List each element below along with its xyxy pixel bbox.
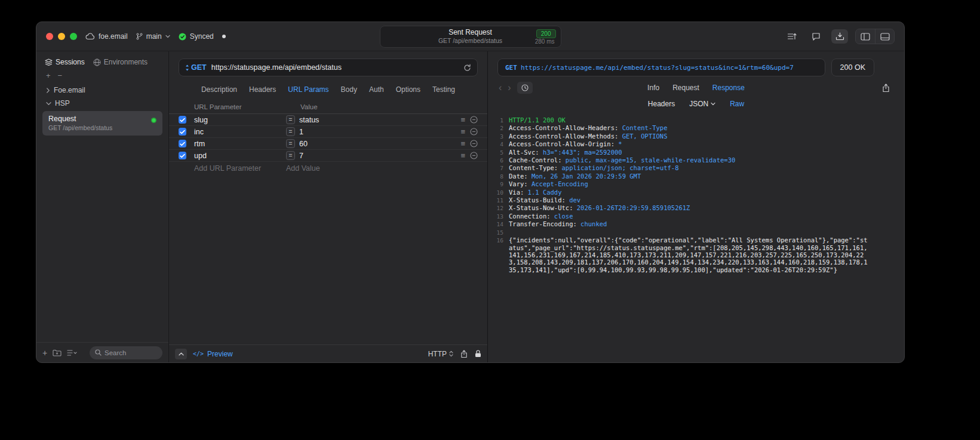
response-tab-group: Info Request Response (647, 84, 745, 92)
row-options-icon[interactable]: ≡ (460, 140, 465, 147)
remove-row-icon[interactable] (470, 152, 478, 159)
row-options-icon[interactable]: ≡ (460, 152, 465, 159)
param-value-text[interactable]: status (299, 116, 319, 124)
equals-icon: = (286, 127, 295, 136)
toggle-sidebar-button[interactable] (856, 29, 875, 44)
chevron-up-icon (179, 352, 184, 356)
expand-panel-button[interactable] (175, 349, 187, 359)
response-line: 1 HTTP/1.1 200 OK (493, 116, 868, 124)
preview-button[interactable]: </> Preview (193, 350, 233, 358)
param-value-field[interactable]: = 1 (286, 127, 451, 136)
line-text: Via: 1.1 Caddy (503, 189, 562, 196)
param-enabled-checkbox[interactable] (179, 116, 186, 124)
tab-environments[interactable]: Environments (93, 58, 148, 66)
line-number: 13 (493, 213, 503, 220)
equals-icon: = (286, 151, 295, 160)
tab-sessions-label: Sessions (56, 58, 85, 66)
comments-button[interactable] (807, 29, 824, 44)
sent-url: https://statuspage.me/api/embed/status?s… (521, 64, 794, 72)
tab-body[interactable]: Body (341, 85, 357, 94)
close-window-button[interactable] (46, 33, 53, 40)
project-menu[interactable]: foe.email (85, 32, 128, 41)
share-icon (882, 84, 890, 93)
sent-request-capsule[interactable]: Sent Request GET /api/embed/status 200 2… (380, 26, 561, 48)
add-param-row[interactable]: Add URL Parameter Add Value (169, 162, 487, 175)
row-options-icon[interactable]: ≡ (460, 128, 465, 136)
branch-menu[interactable]: main (136, 32, 170, 41)
export-response-button[interactable] (882, 84, 890, 93)
param-value-text[interactable]: 60 (299, 140, 308, 148)
tab-auth[interactable]: Auth (369, 85, 384, 94)
param-enabled-checkbox[interactable] (179, 152, 186, 159)
request-panel-footer: </> Preview HTTP (169, 344, 487, 362)
main-content: Sessions Environments + − Foe.email HSP (36, 51, 904, 362)
sync-status[interactable]: Synced (179, 32, 214, 41)
add-param-value-placeholder[interactable]: Add Value (286, 164, 451, 173)
params-table-header: URL Parameter Value (169, 100, 487, 114)
params-rows: slug = status ≡ inc = 1 ≡ rtm = 60 (169, 114, 487, 162)
param-value-text[interactable]: 1 (299, 128, 303, 136)
tab-options[interactable]: Options (396, 85, 420, 94)
response-line: 14 Transfer-Encoding: chunked (493, 220, 868, 228)
share-icon[interactable] (460, 350, 468, 358)
search-input[interactable]: Search (90, 346, 162, 359)
new-folder-icon[interactable] (53, 349, 62, 356)
subtab-json[interactable]: JSON (689, 100, 715, 108)
sort-options-icon[interactable] (67, 349, 77, 356)
cloud-icon (85, 33, 95, 40)
method-selector[interactable]: GET (185, 63, 207, 72)
row-options-icon[interactable]: ≡ (460, 116, 465, 124)
remove-row-icon[interactable] (470, 140, 478, 147)
sent-request-url[interactable]: GET https://statuspage.me/api/embed/stat… (497, 59, 825, 76)
history-forward-icon[interactable]: › (508, 83, 511, 93)
add-param-name-placeholder[interactable]: Add URL Parameter (194, 164, 286, 173)
param-value-field[interactable]: = status (286, 115, 451, 124)
param-value-text[interactable]: 7 (299, 152, 303, 160)
tab-response[interactable]: Response (712, 84, 745, 92)
param-value-field[interactable]: = 60 (286, 139, 451, 148)
remove-row-icon[interactable] (470, 128, 478, 136)
subtab-headers[interactable]: Headers (648, 100, 675, 108)
request-url-bar[interactable]: GET https://statuspage.me/api/embed/stat… (179, 59, 478, 76)
param-value-field[interactable]: = 7 (286, 151, 451, 160)
add-item-button[interactable]: + (46, 71, 51, 80)
check-icon (180, 118, 185, 122)
tab-info[interactable]: Info (647, 84, 659, 92)
tree-group-foe-email[interactable]: Foe.email (41, 84, 164, 97)
remove-row-icon[interactable] (470, 116, 478, 124)
subtab-raw[interactable]: Raw (730, 100, 744, 108)
param-name-field[interactable]: upd (194, 152, 286, 160)
check-icon (180, 153, 185, 158)
new-request-button[interactable]: + (42, 349, 47, 357)
toggle-bottom-panel-button[interactable] (875, 29, 894, 44)
tree-item-request-selected[interactable]: Request GET /api/embed/status (42, 111, 162, 136)
request-url[interactable]: https://statuspage.me/api/embed/status (211, 63, 459, 72)
response-body[interactable]: 1 HTTP/1.1 200 OK 2 Access-Control-Allow… (488, 113, 904, 362)
resend-refresh-icon[interactable] (463, 64, 471, 72)
tab-testing[interactable]: Testing (432, 85, 455, 94)
remove-item-button[interactable]: − (58, 71, 63, 80)
param-enabled-checkbox[interactable] (179, 140, 186, 147)
tab-url-params[interactable]: URL Params (288, 85, 328, 94)
tab-request[interactable]: Request (672, 84, 699, 92)
param-name-field[interactable]: slug (194, 116, 286, 124)
protocol-selector[interactable]: HTTP (428, 350, 453, 358)
git-branch-icon (136, 33, 143, 40)
protocol-label: HTTP (428, 350, 447, 358)
tab-sessions[interactable]: Sessions (45, 58, 85, 66)
tab-description[interactable]: Description (201, 85, 237, 94)
param-name-field[interactable]: inc (194, 128, 286, 136)
import-button[interactable] (831, 29, 848, 44)
zoom-window-button[interactable] (70, 33, 77, 40)
equals-icon: = (286, 115, 295, 124)
param-name-field[interactable]: rtm (194, 140, 286, 148)
minimize-window-button[interactable] (58, 33, 65, 40)
lock-icon[interactable] (475, 350, 481, 358)
param-enabled-checkbox[interactable] (179, 128, 186, 136)
history-button[interactable] (517, 82, 533, 94)
tree-group-hsp[interactable]: HSP (41, 97, 164, 110)
tab-headers[interactable]: Headers (249, 85, 276, 94)
history-back-icon[interactable]: ‹ (499, 83, 502, 93)
request-panel: GET https://statuspage.me/api/embed/stat… (169, 51, 488, 362)
requests-list-button[interactable] (784, 29, 800, 44)
